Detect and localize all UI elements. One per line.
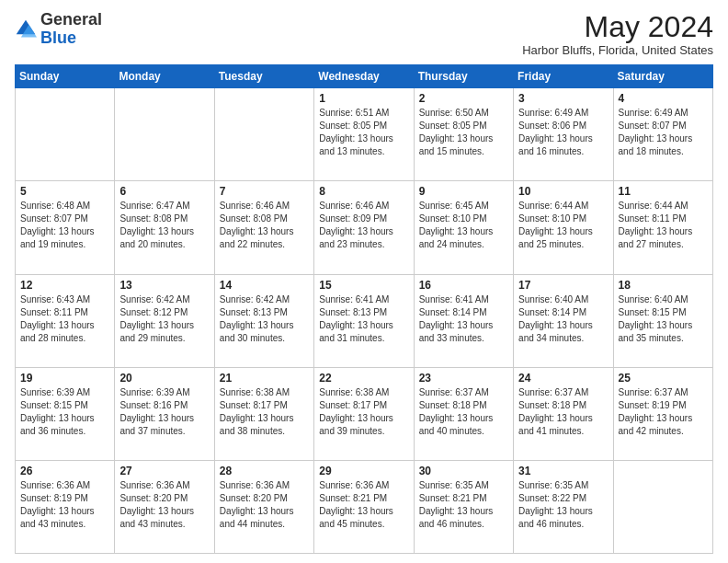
day-info: Sunrise: 6:41 AMSunset: 8:14 PMDaylight:…: [419, 293, 508, 345]
calendar-cell: 8Sunrise: 6:46 AMSunset: 8:09 PMDaylight…: [314, 181, 414, 274]
calendar-week-2: 12Sunrise: 6:43 AMSunset: 8:11 PMDayligh…: [16, 274, 713, 367]
day-number: 4: [619, 92, 708, 105]
day-number: 30: [419, 465, 508, 477]
calendar-cell: 24Sunrise: 6:37 AMSunset: 8:18 PMDayligh…: [514, 367, 613, 460]
calendar-cell: 5Sunrise: 6:48 AMSunset: 8:07 PMDaylight…: [16, 181, 115, 274]
weekday-header-thursday: Thursday: [414, 65, 513, 88]
calendar-cell: 21Sunrise: 6:38 AMSunset: 8:17 PMDayligh…: [214, 367, 313, 460]
calendar-week-4: 26Sunrise: 6:36 AMSunset: 8:19 PMDayligh…: [16, 460, 713, 553]
day-number: 21: [220, 372, 309, 385]
day-number: 7: [220, 185, 309, 198]
day-info: Sunrise: 6:44 AMSunset: 8:11 PMDaylight:…: [619, 200, 708, 251]
calendar-cell: 18Sunrise: 6:40 AMSunset: 8:15 PMDayligh…: [613, 274, 712, 367]
day-info: Sunrise: 6:36 AMSunset: 8:21 PMDaylight:…: [319, 479, 408, 531]
day-number: 29: [319, 465, 408, 477]
location: Harbor Bluffs, Florida, United States: [522, 43, 713, 57]
calendar-cell: 11Sunrise: 6:44 AMSunset: 8:11 PMDayligh…: [613, 181, 712, 274]
day-number: 24: [518, 372, 608, 385]
day-info: Sunrise: 6:37 AMSunset: 8:19 PMDaylight:…: [619, 386, 708, 438]
day-info: Sunrise: 6:41 AMSunset: 8:13 PMDaylight:…: [319, 293, 408, 345]
day-number: 25: [619, 372, 708, 385]
weekday-header-row: SundayMondayTuesdayWednesdayThursdayFrid…: [16, 65, 713, 88]
logo-general: General: [40, 11, 102, 29]
calendar-body: 1Sunrise: 6:51 AMSunset: 8:05 PMDaylight…: [16, 88, 713, 554]
day-number: 9: [419, 185, 508, 198]
day-number: 16: [419, 279, 508, 292]
day-number: 13: [119, 279, 209, 292]
calendar-week-3: 19Sunrise: 6:39 AMSunset: 8:15 PMDayligh…: [16, 367, 713, 460]
calendar-cell: 9Sunrise: 6:45 AMSunset: 8:10 PMDaylight…: [414, 181, 513, 274]
calendar-cell: 17Sunrise: 6:40 AMSunset: 8:14 PMDayligh…: [514, 274, 613, 367]
calendar-cell: 7Sunrise: 6:46 AMSunset: 8:08 PMDaylight…: [214, 181, 313, 274]
day-info: Sunrise: 6:49 AMSunset: 8:07 PMDaylight:…: [619, 107, 708, 158]
weekday-header-friday: Friday: [514, 65, 613, 88]
logo-blue: Blue: [40, 29, 102, 48]
day-info: Sunrise: 6:40 AMSunset: 8:14 PMDaylight:…: [518, 293, 608, 345]
day-info: Sunrise: 6:40 AMSunset: 8:15 PMDaylight:…: [619, 293, 708, 345]
calendar-week-1: 5Sunrise: 6:48 AMSunset: 8:07 PMDaylight…: [16, 181, 713, 274]
calendar-cell: 26Sunrise: 6:36 AMSunset: 8:19 PMDayligh…: [16, 460, 115, 553]
title-block: May 2024 Harbor Bluffs, Florida, United …: [522, 11, 713, 57]
day-info: Sunrise: 6:46 AMSunset: 8:08 PMDaylight:…: [220, 200, 309, 251]
day-info: Sunrise: 6:37 AMSunset: 8:18 PMDaylight:…: [419, 386, 508, 438]
day-number: 18: [619, 279, 708, 292]
day-number: 31: [518, 465, 608, 477]
day-number: 28: [220, 465, 309, 477]
day-number: 6: [119, 185, 209, 198]
calendar-cell: 16Sunrise: 6:41 AMSunset: 8:14 PMDayligh…: [414, 274, 513, 367]
calendar-header: SundayMondayTuesdayWednesdayThursdayFrid…: [16, 65, 713, 88]
day-info: Sunrise: 6:42 AMSunset: 8:13 PMDaylight:…: [220, 293, 309, 345]
day-number: 23: [419, 372, 508, 385]
logo: General Blue: [15, 11, 102, 48]
day-number: 8: [319, 185, 408, 198]
calendar-cell: 2Sunrise: 6:50 AMSunset: 8:05 PMDaylight…: [414, 88, 513, 181]
day-info: Sunrise: 6:36 AMSunset: 8:20 PMDaylight:…: [119, 479, 209, 531]
day-info: Sunrise: 6:39 AMSunset: 8:16 PMDaylight:…: [119, 386, 209, 438]
calendar-cell: 20Sunrise: 6:39 AMSunset: 8:16 PMDayligh…: [115, 367, 214, 460]
weekday-header-tuesday: Tuesday: [214, 65, 313, 88]
weekday-header-wednesday: Wednesday: [314, 65, 414, 88]
month-year: May 2024: [522, 11, 713, 43]
day-number: 15: [319, 279, 408, 292]
calendar-cell: 3Sunrise: 6:49 AMSunset: 8:06 PMDaylight…: [514, 88, 613, 181]
calendar-cell: 30Sunrise: 6:35 AMSunset: 8:21 PMDayligh…: [414, 460, 513, 553]
day-info: Sunrise: 6:42 AMSunset: 8:12 PMDaylight:…: [119, 293, 209, 345]
calendar-cell: 27Sunrise: 6:36 AMSunset: 8:20 PMDayligh…: [115, 460, 214, 553]
day-info: Sunrise: 6:48 AMSunset: 8:07 PMDaylight:…: [20, 200, 109, 251]
day-info: Sunrise: 6:46 AMSunset: 8:09 PMDaylight:…: [319, 200, 408, 251]
day-info: Sunrise: 6:35 AMSunset: 8:22 PMDaylight:…: [518, 479, 608, 531]
day-info: Sunrise: 6:45 AMSunset: 8:10 PMDaylight:…: [419, 200, 508, 251]
day-number: 10: [518, 185, 608, 198]
weekday-header-sunday: Sunday: [16, 65, 115, 88]
day-info: Sunrise: 6:39 AMSunset: 8:15 PMDaylight:…: [20, 386, 109, 438]
day-number: 26: [20, 465, 109, 477]
day-number: 5: [20, 185, 109, 198]
day-number: 2: [419, 92, 508, 105]
calendar-cell: 31Sunrise: 6:35 AMSunset: 8:22 PMDayligh…: [514, 460, 613, 553]
day-info: Sunrise: 6:51 AMSunset: 8:05 PMDaylight:…: [319, 107, 408, 158]
calendar-cell: 13Sunrise: 6:42 AMSunset: 8:12 PMDayligh…: [115, 274, 214, 367]
day-info: Sunrise: 6:43 AMSunset: 8:11 PMDaylight:…: [20, 293, 109, 345]
calendar-cell: 22Sunrise: 6:38 AMSunset: 8:17 PMDayligh…: [314, 367, 414, 460]
calendar-cell: 19Sunrise: 6:39 AMSunset: 8:15 PMDayligh…: [16, 367, 115, 460]
day-info: Sunrise: 6:49 AMSunset: 8:06 PMDaylight:…: [518, 107, 608, 158]
calendar-cell: 25Sunrise: 6:37 AMSunset: 8:19 PMDayligh…: [613, 367, 712, 460]
calendar-cell: 23Sunrise: 6:37 AMSunset: 8:18 PMDayligh…: [414, 367, 513, 460]
day-info: Sunrise: 6:47 AMSunset: 8:08 PMDaylight:…: [119, 200, 209, 251]
calendar-cell: 1Sunrise: 6:51 AMSunset: 8:05 PMDaylight…: [314, 88, 414, 181]
header: General Blue May 2024 Harbor Bluffs, Flo…: [15, 11, 713, 57]
day-number: 27: [119, 465, 209, 477]
calendar-cell: [115, 88, 214, 181]
calendar-cell: 4Sunrise: 6:49 AMSunset: 8:07 PMDaylight…: [613, 88, 712, 181]
weekday-header-saturday: Saturday: [613, 65, 712, 88]
page: General Blue May 2024 Harbor Bluffs, Flo…: [0, 0, 728, 563]
day-number: 12: [20, 279, 109, 292]
calendar-cell: 10Sunrise: 6:44 AMSunset: 8:10 PMDayligh…: [514, 181, 613, 274]
day-number: 14: [220, 279, 309, 292]
calendar-cell: 12Sunrise: 6:43 AMSunset: 8:11 PMDayligh…: [16, 274, 115, 367]
calendar-cell: 6Sunrise: 6:47 AMSunset: 8:08 PMDaylight…: [115, 181, 214, 274]
day-number: 3: [518, 92, 608, 105]
day-info: Sunrise: 6:38 AMSunset: 8:17 PMDaylight:…: [220, 386, 309, 438]
day-info: Sunrise: 6:44 AMSunset: 8:10 PMDaylight:…: [518, 200, 608, 251]
day-number: 17: [518, 279, 608, 292]
